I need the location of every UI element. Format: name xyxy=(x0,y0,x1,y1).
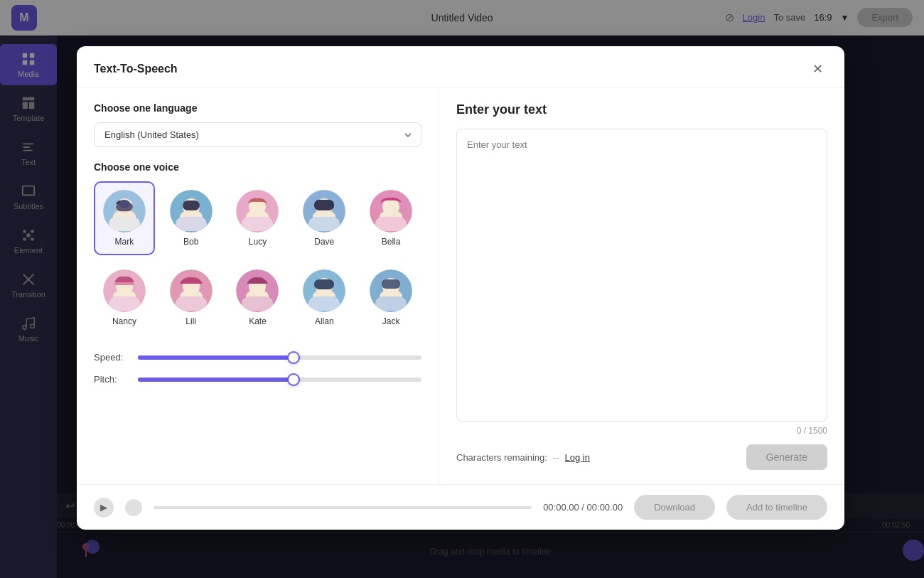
modal-bottom-row: Characters remaining: -- Log in Generate xyxy=(456,444,827,470)
text-counter: 0 / 1500 xyxy=(456,426,827,436)
time-display: 00:00.00 / 00:00.00 xyxy=(543,502,623,513)
log-in-link[interactable]: Log in xyxy=(565,452,590,463)
modal-header: Text-To-Speech ✕ xyxy=(77,46,844,88)
svg-rect-23 xyxy=(176,217,207,231)
language-select[interactable]: English (United States) xyxy=(94,122,421,147)
svg-rect-32 xyxy=(308,217,340,231)
voice-item-lucy[interactable]: Lucy xyxy=(227,181,289,255)
voice-item-lili[interactable]: Lili xyxy=(161,261,222,335)
modal-title: Text-To-Speech xyxy=(94,63,178,75)
svg-rect-31 xyxy=(314,200,334,210)
speed-label: Speed: xyxy=(94,352,129,363)
voice-avatar-allan xyxy=(303,269,345,312)
voice-name-mark: Mark xyxy=(115,237,134,247)
voice-avatar-dave xyxy=(303,190,345,232)
voice-avatar-kate xyxy=(236,269,279,312)
voice-item-nancy[interactable]: Nancy xyxy=(94,261,155,335)
tts-modal: Text-To-Speech ✕ Choose one language Eng… xyxy=(77,46,844,530)
voice-item-bella[interactable]: Bella xyxy=(360,181,421,255)
right-panel: Enter your text 0 / 1500 Characters rema… xyxy=(439,88,844,484)
download-button[interactable]: Download xyxy=(634,495,715,520)
voice-name-dave: Dave xyxy=(314,237,334,247)
svg-rect-57 xyxy=(382,279,400,289)
voice-name-nancy: Nancy xyxy=(112,316,136,326)
voice-item-allan[interactable]: Allan xyxy=(294,261,355,335)
modal-footer: ▶ 00:00.00 / 00:00.00 Download Add to ti… xyxy=(77,484,844,530)
voice-avatar-jack xyxy=(370,269,412,312)
svg-rect-44 xyxy=(176,296,207,311)
svg-rect-22 xyxy=(183,200,200,210)
voice-label: Choose one voice xyxy=(94,161,421,173)
voice-avatar-lucy xyxy=(236,190,279,232)
svg-point-17 xyxy=(119,200,130,208)
voice-item-bob[interactable]: Bob xyxy=(161,181,222,255)
add-to-timeline-button[interactable]: Add to timeline xyxy=(726,495,827,520)
svg-rect-48 xyxy=(242,296,273,311)
enter-text-title: Enter your text xyxy=(456,102,827,117)
close-button[interactable]: ✕ xyxy=(807,59,827,79)
svg-rect-36 xyxy=(375,217,407,231)
chars-dashes: -- xyxy=(553,452,559,463)
voice-avatar-bella xyxy=(370,190,412,232)
voice-name-kate: Kate xyxy=(249,316,267,326)
svg-rect-52 xyxy=(314,279,334,289)
svg-rect-58 xyxy=(375,296,407,311)
left-panel: Choose one language English (United Stat… xyxy=(77,88,439,484)
voice-grid: Mark Bob xyxy=(94,181,421,335)
svg-point-35 xyxy=(382,198,399,215)
progress-circle xyxy=(125,499,142,516)
svg-rect-40 xyxy=(109,296,140,311)
voice-name-lili: Lili xyxy=(186,316,196,326)
pitch-slider-row: Pitch: xyxy=(94,374,421,385)
voice-avatar-bob xyxy=(170,190,213,232)
voice-name-allan: Allan xyxy=(315,316,334,326)
voice-name-jack: Jack xyxy=(382,316,400,326)
play-button[interactable]: ▶ xyxy=(94,498,114,518)
text-input[interactable] xyxy=(456,129,827,422)
progress-bar[interactable] xyxy=(154,506,532,509)
language-label: Choose one language xyxy=(94,102,421,114)
voice-name-lucy: Lucy xyxy=(249,237,267,247)
voice-item-mark[interactable]: Mark xyxy=(94,181,155,255)
svg-rect-27 xyxy=(242,217,273,231)
pitch-label: Pitch: xyxy=(94,374,129,385)
generate-button[interactable]: Generate xyxy=(746,444,827,470)
pitch-slider-track xyxy=(138,378,421,382)
voice-item-kate[interactable]: Kate xyxy=(227,261,289,335)
svg-rect-53 xyxy=(308,296,340,311)
svg-rect-18 xyxy=(109,217,140,231)
chars-remaining: Characters remaining: -- Log in xyxy=(456,452,590,463)
modal-body: Choose one language English (United Stat… xyxy=(77,88,844,484)
speed-slider-track xyxy=(138,355,421,360)
chars-remaining-label: Characters remaining: xyxy=(456,452,547,463)
voice-name-bob: Bob xyxy=(183,237,198,247)
speed-slider-row: Speed: xyxy=(94,352,421,363)
voice-avatar-lili xyxy=(170,269,213,312)
voice-avatar-nancy xyxy=(103,269,146,312)
voice-item-dave[interactable]: Dave xyxy=(294,181,355,255)
voice-name-bella: Bella xyxy=(382,237,401,247)
voice-item-jack[interactable]: Jack xyxy=(360,261,421,335)
voice-avatar-mark xyxy=(103,190,146,232)
